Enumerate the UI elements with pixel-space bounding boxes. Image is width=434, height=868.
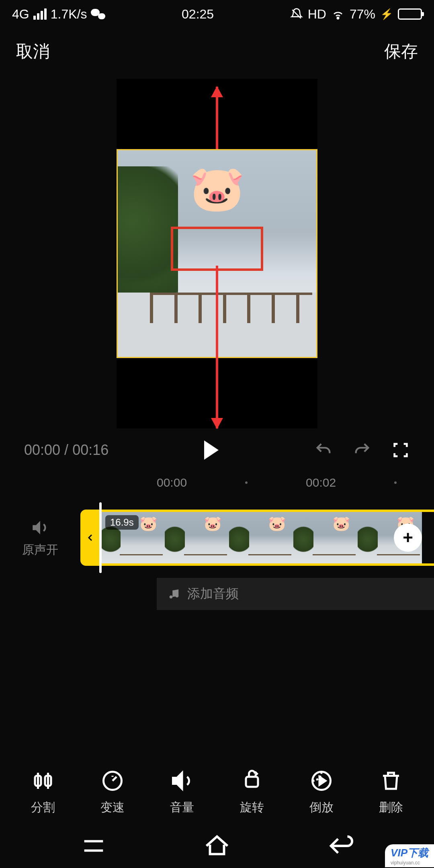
status-bar: 4G 1.7K/s 02:25 HD 77% ⚡	[0, 0, 434, 28]
plus-icon: +	[403, 528, 413, 548]
svg-point-2	[176, 594, 179, 598]
volume-tool[interactable]: 音量	[170, 769, 194, 816]
undo-button[interactable]	[314, 441, 333, 459]
cancel-button[interactable]: 取消	[16, 40, 50, 63]
speaker-icon	[30, 518, 50, 538]
bell-off-icon	[290, 8, 303, 20]
ruler-dot	[394, 481, 397, 484]
reverse-icon	[309, 769, 334, 793]
battery-percent: 77%	[350, 7, 375, 22]
play-icon	[204, 440, 219, 460]
clip-duration-badge: 16.9s	[105, 515, 139, 530]
fullscreen-button[interactable]	[391, 441, 410, 459]
pig-sticker[interactable]: 🐷	[190, 166, 245, 211]
arrow-down-annotation	[216, 266, 218, 428]
edit-toolbar: 分割 变速 音量 旋转 倒放 删除	[0, 769, 434, 816]
playhead[interactable]	[99, 502, 102, 573]
charging-icon: ⚡	[380, 8, 393, 20]
wifi-icon	[331, 7, 345, 21]
ruler-tick-0: 00:00	[157, 476, 187, 489]
status-right: HD 77% ⚡	[290, 7, 422, 22]
add-clip-button[interactable]: +	[394, 524, 422, 552]
reverse-tool[interactable]: 倒放	[309, 769, 334, 816]
original-sound-toggle[interactable]: 原声开	[0, 518, 80, 558]
svg-rect-6	[246, 777, 258, 787]
thumbnail-frame: 🐷	[165, 512, 229, 563]
play-button[interactable]	[204, 440, 219, 460]
thumbnail-frame: 🐷	[229, 512, 293, 563]
ruler-tick-1: 00:02	[306, 476, 336, 489]
system-nav-bar	[0, 824, 434, 868]
preview-scene-tree	[117, 166, 178, 303]
rotate-icon	[240, 769, 264, 793]
chevron-left-icon	[86, 530, 95, 546]
playback-controls: 00:00 / 00:16	[0, 428, 434, 468]
video-preview[interactable]: 🐷	[117, 79, 317, 428]
delete-tool[interactable]: 删除	[379, 769, 403, 816]
sound-label: 原声开	[0, 542, 80, 558]
split-icon	[31, 769, 55, 793]
clip-left-handle[interactable]	[80, 510, 100, 566]
signal-icon	[33, 8, 47, 20]
clip-thumbnails[interactable]: 🐷 🐷 🐷 🐷 🐷	[100, 510, 434, 566]
music-note-icon	[168, 588, 180, 600]
ruler-dot	[245, 481, 248, 484]
save-button[interactable]: 保存	[384, 40, 418, 63]
video-clip[interactable]: 16.9s 🐷 🐷 🐷 🐷 🐷 +	[80, 510, 434, 566]
menu-button[interactable]	[80, 832, 108, 860]
home-button[interactable]	[203, 832, 231, 860]
speed-tool[interactable]: 变速	[100, 769, 125, 816]
editor-header: 取消 保存	[0, 28, 434, 71]
time-display: 00:00 / 00:16	[24, 442, 108, 459]
total-time: 00:16	[72, 442, 108, 458]
thumbnail-frame: 🐷	[293, 512, 358, 563]
add-audio-label: 添加音频	[187, 585, 239, 603]
status-time: 02:25	[182, 7, 214, 22]
split-tool[interactable]: 分割	[31, 769, 55, 816]
timeline: 原声开 16.9s 🐷 🐷 🐷 🐷 🐷 +	[0, 497, 434, 566]
add-audio-track[interactable]: 添加音频	[157, 578, 434, 610]
selection-box-annotation	[171, 227, 263, 271]
trash-icon	[379, 769, 403, 793]
svg-point-1	[170, 596, 173, 599]
watermark: VIP下载 viphuiyuan.cc	[385, 844, 434, 867]
current-time: 00:00	[24, 442, 60, 458]
rotate-tool[interactable]: 旋转	[240, 769, 264, 816]
watermark-brand: VIP下载	[391, 847, 428, 859]
redo-button[interactable]	[353, 441, 371, 459]
wechat-icon	[91, 8, 105, 20]
speed-icon	[100, 769, 125, 793]
watermark-url: viphuiyuan.cc	[391, 860, 428, 866]
preview-scene-fence	[150, 293, 312, 321]
back-button[interactable]	[326, 832, 354, 860]
battery-icon	[398, 8, 422, 20]
volume-icon	[170, 769, 194, 793]
status-left: 4G 1.7K/s	[12, 7, 105, 22]
timeline-ruler: 00:00 00:02	[0, 468, 434, 497]
network-speed: 1.7K/s	[51, 7, 87, 22]
hd-indicator: HD	[308, 7, 326, 22]
network-type: 4G	[12, 7, 29, 22]
svg-point-0	[337, 17, 339, 19]
